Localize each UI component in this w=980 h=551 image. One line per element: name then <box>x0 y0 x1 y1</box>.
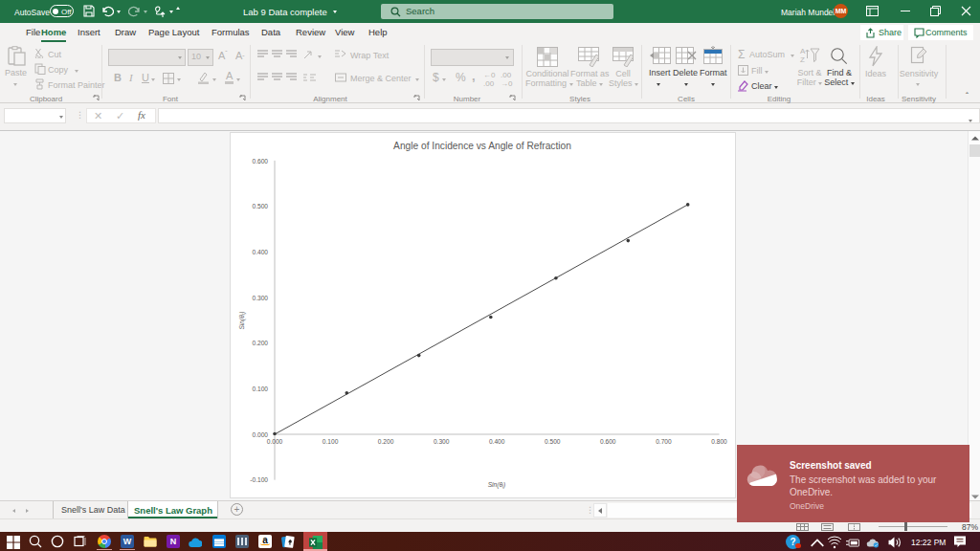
svg-text:0.600: 0.600 <box>252 157 268 164</box>
svg-text:0.300: 0.300 <box>252 294 268 300</box>
svg-text:0.800: 0.800 <box>711 437 727 444</box>
svg-text:0.200: 0.200 <box>252 340 268 346</box>
svg-text:Sin(θi): Sin(θi) <box>487 480 505 488</box>
svg-text:A: A <box>800 47 806 55</box>
svg-text:0.100: 0.100 <box>322 437 338 444</box>
svg-text:0.500: 0.500 <box>545 437 561 444</box>
svg-text:Angle of Incidence vs Angle of: Angle of Incidence vs Angle of Refractio… <box>393 140 571 150</box>
svg-text:0.300: 0.300 <box>433 437 449 444</box>
svg-text:0.200: 0.200 <box>377 437 393 444</box>
svg-text:Z: Z <box>800 55 805 64</box>
svg-text:0.000: 0.000 <box>266 437 282 444</box>
svg-text:Sin(θr): Sin(θr) <box>238 311 246 329</box>
svg-text:0.700: 0.700 <box>656 437 672 444</box>
svg-text:-0.100: -0.100 <box>250 476 268 483</box>
svg-text:0.400: 0.400 <box>252 248 268 254</box>
svg-text:0.500: 0.500 <box>252 203 268 209</box>
svg-text:0.000: 0.000 <box>252 430 268 437</box>
svg-text:0.400: 0.400 <box>488 437 504 444</box>
svg-text:0.600: 0.600 <box>600 437 616 444</box>
svg-text:0.100: 0.100 <box>252 386 268 392</box>
